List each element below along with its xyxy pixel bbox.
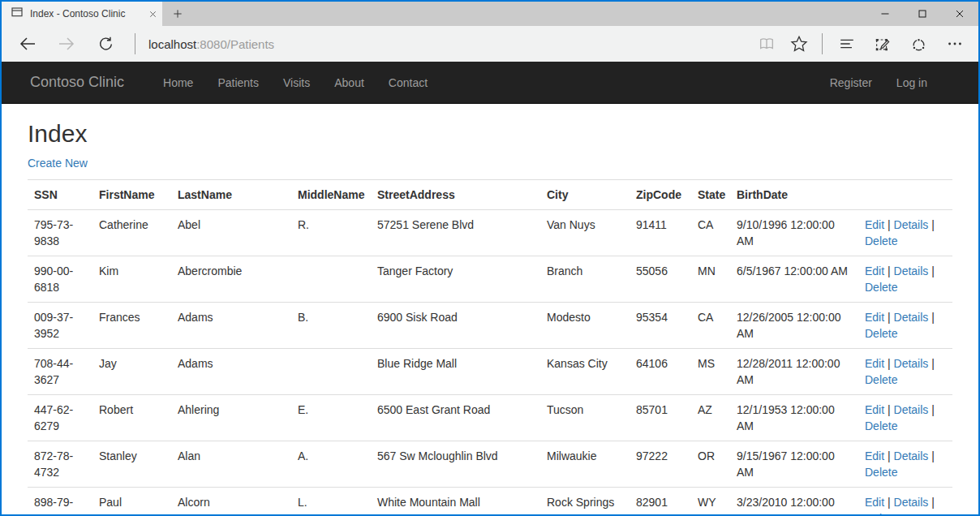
cell-first-name: Robert — [92, 395, 171, 441]
cell-first-name: Frances — [92, 303, 171, 349]
details-link[interactable]: Details — [894, 218, 929, 231]
delete-link[interactable]: Delete — [865, 419, 897, 432]
cell-birth-date: 9/10/1996 12:00:00 AM — [730, 210, 858, 256]
edit-link[interactable]: Edit — [865, 496, 884, 509]
cell-zip-code: 85701 — [630, 395, 691, 441]
cell-state: OR — [691, 441, 730, 488]
cell-city: Rock Springs — [540, 488, 630, 515]
column-header-firstname: FirstName — [92, 180, 171, 210]
cell-zip-code: 82901 — [630, 488, 691, 515]
cell-street-address: 567 Sw Mcloughlin Blvd — [371, 441, 540, 488]
cell-actions: Edit | Details | Delete — [858, 303, 952, 349]
delete-link[interactable]: Delete — [865, 327, 897, 340]
delete-link[interactable]: Delete — [865, 512, 897, 514]
delete-link[interactable]: Delete — [865, 281, 897, 294]
cell-city: Milwaukie — [540, 441, 630, 488]
details-link[interactable]: Details — [894, 357, 929, 370]
cell-actions: Edit | Details | Delete — [858, 349, 952, 395]
edit-link[interactable]: Edit — [865, 311, 884, 324]
nav-item-about[interactable]: About — [322, 76, 376, 89]
details-link[interactable]: Details — [894, 449, 929, 462]
brand-link[interactable]: Contoso Clinic — [30, 74, 124, 91]
column-header-birthdate: BirthDate — [730, 180, 858, 210]
register-link[interactable]: Register — [818, 76, 884, 89]
patients-table: SSN FirstName LastName MiddleName Street… — [28, 179, 952, 514]
cell-first-name: Kim — [92, 256, 171, 303]
edit-link[interactable]: Edit — [865, 357, 884, 370]
hub-icon[interactable] — [829, 26, 865, 62]
cell-ssn: 708-44-3627 — [28, 349, 92, 395]
favicon-window-icon — [11, 6, 24, 22]
browser-toolbar: localhost:8080/Patients — [2, 26, 978, 62]
forward-icon[interactable] — [47, 26, 86, 62]
address-bar[interactable]: localhost:8080/Patients — [148, 37, 274, 51]
edit-link[interactable]: Edit — [865, 218, 884, 231]
cell-last-name: Alcorn — [171, 488, 291, 515]
cell-actions: Edit | Details | Delete — [858, 488, 952, 515]
url-host: localhost — [148, 37, 196, 51]
cell-last-name: Ahlering — [171, 395, 291, 441]
details-link[interactable]: Details — [894, 311, 929, 324]
delete-link[interactable]: Delete — [865, 373, 897, 386]
browser-tab[interactable]: Index - Contoso Clinic — [2, 2, 162, 26]
login-link[interactable]: Log in — [884, 76, 939, 89]
details-link[interactable]: Details — [894, 496, 929, 509]
cell-last-name: Adams — [171, 349, 291, 395]
cell-last-name: Adams — [171, 303, 291, 349]
cell-ssn: 990-00-6818 — [28, 256, 92, 303]
delete-link[interactable]: Delete — [865, 466, 897, 479]
nav-item-home[interactable]: Home — [151, 76, 205, 89]
cell-ssn: 009-37-3952 — [28, 303, 92, 349]
edit-link[interactable]: Edit — [865, 449, 884, 462]
site-navbar: Contoso Clinic Home Patients Visits Abou… — [2, 62, 978, 104]
cell-actions: Edit | Details | Delete — [858, 395, 952, 441]
refresh-icon[interactable] — [86, 26, 125, 62]
edit-link[interactable]: Edit — [865, 264, 884, 277]
maximize-icon[interactable] — [904, 2, 941, 26]
close-window-icon[interactable] — [941, 2, 978, 26]
toolbar-divider — [822, 33, 823, 54]
column-header-actions — [858, 180, 952, 210]
cell-first-name: Paul — [92, 488, 171, 515]
browser-window: Index - Contoso Clinic — [0, 0, 980, 516]
cell-zip-code: 91411 — [630, 210, 691, 256]
column-header-streetaddress: StreetAddress — [371, 180, 540, 210]
web-note-icon[interactable] — [865, 26, 900, 62]
edit-link[interactable]: Edit — [865, 403, 884, 416]
cell-state: MS — [691, 349, 730, 395]
minimize-icon[interactable] — [866, 2, 904, 26]
details-link[interactable]: Details — [894, 403, 929, 416]
titlebar-drag-area — [193, 2, 866, 26]
delete-link[interactable]: Delete — [865, 234, 897, 247]
cell-zip-code: 64106 — [630, 349, 691, 395]
details-link[interactable]: Details — [894, 264, 929, 277]
cell-middle-name: R. — [291, 210, 371, 256]
cell-middle-name: B. — [291, 303, 371, 349]
reading-view-icon[interactable] — [750, 26, 783, 62]
cell-city: Branch — [540, 256, 630, 303]
more-icon[interactable] — [936, 26, 974, 62]
create-new-row: Create New — [28, 155, 952, 171]
new-tab-icon[interactable] — [162, 2, 193, 26]
nav-item-contact[interactable]: Contact — [376, 76, 440, 89]
cell-city: Tucson — [540, 395, 630, 441]
cell-actions: Edit | Details | Delete — [858, 441, 952, 488]
back-icon[interactable] — [8, 26, 47, 62]
toolbar-divider — [135, 33, 135, 54]
cell-ssn: 447-62-6279 — [28, 395, 92, 441]
tab-close-icon[interactable] — [148, 10, 157, 19]
cell-actions: Edit | Details | Delete — [858, 256, 952, 303]
share-icon[interactable] — [900, 26, 936, 62]
cell-middle-name — [291, 349, 371, 395]
column-header-state: State — [691, 180, 730, 210]
nav-item-patients[interactable]: Patients — [205, 76, 271, 89]
cell-street-address: 6500 East Grant Road — [371, 395, 540, 441]
create-new-link[interactable]: Create New — [28, 157, 88, 170]
cell-actions: Edit | Details | Delete — [858, 210, 952, 256]
cell-first-name: Stanley — [92, 441, 171, 488]
cell-city: Modesto — [540, 303, 630, 349]
column-header-lastname: LastName — [171, 180, 291, 210]
favorites-star-icon[interactable] — [783, 26, 815, 62]
cell-street-address: Tanger Factory — [371, 256, 540, 303]
nav-item-visits[interactable]: Visits — [271, 76, 322, 89]
